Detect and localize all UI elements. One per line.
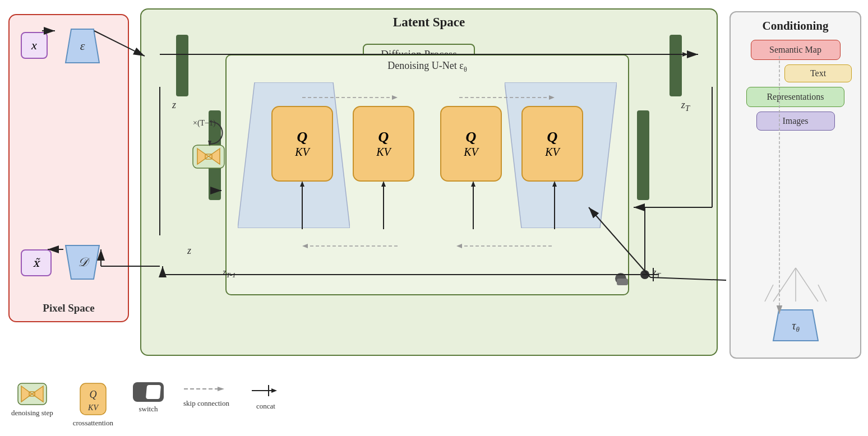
- legend-concat: concat: [249, 382, 283, 411]
- qkv3-q: Q: [466, 129, 477, 146]
- legend: denoising step Q KV crossattention switc…: [11, 382, 283, 428]
- legend-skip-connection: skip connection: [183, 382, 229, 408]
- decoder-box: 𝒟: [63, 243, 102, 282]
- svg-marker-11: [302, 244, 308, 248]
- zT1-label: zT-1: [223, 267, 236, 280]
- svg-marker-28: [682, 52, 688, 57]
- qkv-box-4: Q KV: [521, 106, 583, 182]
- zT-label-bottom: zT: [653, 267, 661, 280]
- green-bar-unet-right: [637, 110, 649, 200]
- svg-marker-7: [392, 95, 398, 100]
- svg-marker-13: [456, 244, 462, 248]
- svg-marker-46: [218, 387, 224, 391]
- conditioning-box: Conditioning Semantic Map Text Represent…: [730, 11, 861, 359]
- qkv4-kv: KV: [545, 146, 560, 159]
- conditioning-label: Conditioning: [763, 19, 829, 33]
- images-box: Images: [756, 112, 835, 131]
- qkv2-kv: KV: [376, 146, 391, 159]
- unet-label: Denoising U-Net εθ: [387, 60, 467, 74]
- qkv-box-2: Q KV: [353, 106, 414, 182]
- latent-space-label: Latent Space: [393, 15, 465, 30]
- svg-line-31: [773, 268, 796, 302]
- x-tilde-label: x̃: [33, 256, 39, 270]
- zT-label-top: zT: [681, 99, 690, 113]
- semantic-map-box: Semantic Map: [751, 40, 841, 60]
- svg-line-33: [796, 268, 818, 302]
- pixel-space-label: Pixel Space: [43, 302, 94, 314]
- latent-space-box: Latent Space Diffusion Process z zT Deno…: [140, 8, 718, 356]
- pixel-space-box: Pixel Space x ε x̃ 𝒟: [8, 14, 129, 322]
- qkv4-q: Q: [547, 129, 558, 146]
- z-label-middle-left: z: [187, 245, 191, 257]
- svg-marker-17: [381, 181, 386, 187]
- qkv-box-1: Q KV: [271, 106, 333, 182]
- text-box: Text: [784, 64, 852, 82]
- svg-text:KV: KV: [87, 403, 99, 412]
- qkv-box-3: Q KV: [440, 106, 502, 182]
- x-box: x: [21, 32, 48, 59]
- representations-box: Representations: [746, 87, 844, 107]
- tau-box: τθ: [751, 265, 841, 344]
- svg-text:Q: Q: [89, 389, 96, 400]
- x-tilde-box: x̃: [21, 249, 52, 276]
- z-label-top: z: [172, 99, 176, 111]
- svg-line-34: [765, 285, 773, 302]
- legend-skip-label: skip connection: [183, 399, 229, 408]
- qkv2-q: Q: [378, 129, 389, 146]
- legend-denoising-step: denoising step: [11, 382, 53, 418]
- legend-switch-label: switch: [138, 405, 158, 414]
- repeat-label: ×(T−1): [193, 119, 216, 128]
- legend-crossattention: Q KV crossattention: [73, 382, 113, 428]
- encoder-box: ε: [63, 26, 102, 66]
- svg-marker-19: [471, 181, 475, 187]
- x-label: x: [31, 38, 37, 53]
- legend-concat-label: concat: [256, 402, 275, 411]
- svg-line-35: [818, 285, 827, 302]
- qkv1-q: Q: [297, 129, 308, 146]
- legend-switch: switch: [133, 382, 164, 414]
- unet-box: Denoising U-Net εθ Q KV Q KV: [225, 54, 629, 295]
- denoising-step-icon-inside: [192, 144, 225, 169]
- svg-text:ε: ε: [80, 39, 85, 53]
- green-bar-right-top: [670, 35, 682, 96]
- svg-marker-49: [271, 388, 277, 393]
- green-bar-left-top: [176, 35, 188, 96]
- legend-crossattention-label: crossattention: [73, 419, 113, 428]
- legend-denoising-label: denoising step: [11, 409, 53, 418]
- qkv3-kv: KV: [464, 146, 478, 159]
- qkv1-kv: KV: [295, 146, 310, 159]
